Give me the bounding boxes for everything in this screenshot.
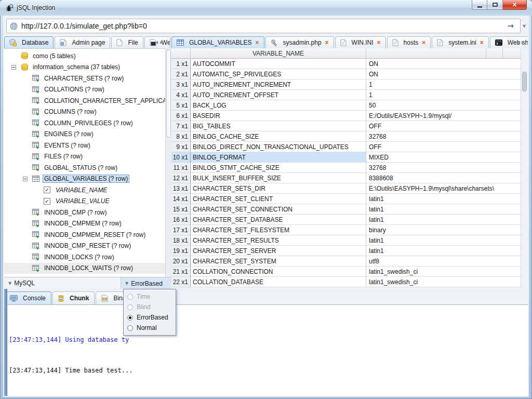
tree-scrollbar[interactable] [165,48,171,277]
column-checkbox[interactable] [44,187,50,193]
left-tab[interactable]: File [111,36,143,48]
result-tab-scroll-arrows[interactable]: ◀▶ [514,36,527,48]
table-row[interactable]: 21 x1 COLLATION_CONNECTION latin1_swedis… [171,267,521,277]
tree-expander-icon[interactable] [11,65,21,70]
table-row[interactable]: 15 x1 CHARACTER_SET_CONNECTION latin1 [171,204,521,215]
scroll-left-icon[interactable]: ◀ [155,40,158,45]
variable-name-cell[interactable]: BACK_LOG [191,100,366,111]
scroll-left-icon[interactable]: ◀ [516,40,520,45]
variable-value-cell[interactable]: OFF [366,121,521,131]
strategy-menu-item[interactable]: Time [124,291,176,302]
table-row[interactable]: 19 x1 CHARACTER_SET_SERVER latin1 [171,246,521,256]
table-row[interactable]: 11 x1 BINLOG_STMT_CACHE_SIZE 32768 [171,163,521,173]
table-row[interactable]: 12 x1 BULK_INSERT_BUFFER_SIZE 8388608 [171,173,521,183]
variable-value-cell[interactable]: 32768 [366,131,521,142]
variable-value-cell[interactable]: ON [366,59,521,69]
variable-name-cell[interactable]: AUTOMATIC_SP_PRIVILEGES [191,69,366,79]
scroll-right-icon[interactable]: ▶ [522,40,525,45]
variable-name-cell[interactable]: BULK_INSERT_BUFFER_SIZE [191,173,366,183]
variable-value-cell[interactable]: binary [366,225,521,235]
table-row[interactable]: 22 x1 COLLATION_DATABASE latin1_swedish_… [171,277,521,287]
table-row[interactable]: 2 x1 AUTOMATIC_SP_PRIVILEGES ON [171,69,521,79]
close-button[interactable]: × [503,0,527,10]
table-row[interactable]: 9 x1 BINLOG_DIRECT_NON_TRANSACTIONAL_UPD… [171,142,521,152]
variable-name-cell[interactable]: BIG_TABLES [191,121,366,131]
variable-name-cell[interactable]: CHARACTER_SET_RESULTS [191,235,366,246]
tree-item[interactable]: INNODB_CMP (? row) [4,207,165,218]
tree-item[interactable]: COLLATION_CHARACTER_SET_APPLICABILITY [4,95,165,107]
variable-name-cell[interactable]: COLLATION_CONNECTION [191,267,366,277]
tree-item[interactable]: COLUMNS (? row) [4,107,165,118]
variable-name-cell[interactable]: CHARACTER_SETS_DIR [191,183,366,194]
close-tab-icon[interactable] [256,39,259,46]
database-vendor-dropdown[interactable]: MySQL [14,280,35,287]
variable-name-cell[interactable]: CHARACTER_SET_CONNECTION [191,204,366,215]
close-tab-icon[interactable] [325,39,329,46]
variable-value-cell[interactable]: 8388608 [366,173,521,183]
scroll-right-icon[interactable]: ▶ [160,40,163,45]
tree-item[interactable]: VARIABLE_VALUE [4,196,165,207]
left-tab-scroll-arrows[interactable]: ◀▶ [153,36,165,48]
result-tab[interactable]: hosts [387,36,431,48]
close-tab-icon[interactable] [422,39,425,46]
table-row[interactable]: 13 x1 CHARACTER_SETS_DIR E:\Outils\EASYP… [171,183,521,194]
table-row[interactable]: 8 x1 BINLOG_CACHE_SIZE 32768 [171,131,521,142]
close-tab-icon[interactable] [377,39,381,46]
tree-expander-icon[interactable] [23,177,32,181]
variable-value-cell[interactable]: 1 [366,79,521,90]
tree-item[interactable]: GLOBAL_VARIABLES (? row) [4,174,165,185]
variable-value-cell[interactable]: latin1 [366,204,521,215]
variable-value-cell[interactable]: 1 [366,90,521,100]
table-row[interactable]: 4 x1 AUTO_INCREMENT_OFFSET 1 [171,90,521,100]
maximize-button[interactable] [487,0,503,10]
variable-name-cell[interactable]: AUTO_INCREMENT_INCREMENT [191,79,366,90]
console-tab[interactable]: Console [4,291,51,304]
tree-scrollbar-thumb[interactable] [166,49,171,138]
tree-item[interactable]: INNODB_CMP_RESET (? row) [4,241,165,252]
table-row[interactable]: 17 x1 CHARACTER_SET_FILESYSTEM binary [171,225,521,235]
tree-item[interactable]: CHARACTER_SETS (? row) [4,73,165,84]
result-tab[interactable]: GLOBAL_VARIABLES [171,36,264,48]
result-tab[interactable]: sysadmin.php [265,36,334,48]
left-tab[interactable]: Admin page [55,36,110,48]
console-tab[interactable]: Chunk [52,291,95,304]
title-bar[interactable]: jSQL Injection × [0,0,532,16]
table-row[interactable]: 1 x1 AUTOCOMMIT ON [171,59,521,69]
variable-name-cell[interactable]: COLLATION_DATABASE [191,277,366,287]
table-row[interactable]: 7 x1 BIG_TABLES OFF [171,121,521,131]
result-tab[interactable]: WIN.INI [335,36,386,48]
tree-item[interactable]: INNODB_CMPMEM (? row) [4,218,165,230]
minimize-button[interactable] [472,0,487,10]
tree-item[interactable]: GLOBAL_STATUS (? row) [4,162,165,174]
variable-value-cell[interactable]: E:/Outils/EASYPH~1.9/mysql/ [366,111,521,121]
variable-value-cell[interactable]: ON [366,69,521,79]
tree-item[interactable]: VARIABLE_NAME [4,184,165,196]
table-row[interactable]: 10 x1 BINLOG_FORMAT MIXED [171,152,521,163]
table-scrollbar-thumb[interactable] [522,72,527,91]
variable-value-cell[interactable]: 50 [366,100,521,111]
console-left-scrollbar[interactable] [4,289,7,396]
table-row[interactable]: 18 x1 CHARACTER_SET_RESULTS latin1 [171,235,521,246]
column-checkbox[interactable] [44,198,50,205]
variable-name-cell[interactable]: AUTO_INCREMENT_OFFSET [191,90,366,100]
variable-value-cell[interactable]: MIXED [366,152,521,163]
tree-item[interactable]: information_schema (37 tables) [4,62,165,73]
variable-value-cell[interactable]: latin1_swedish_ci [366,267,521,277]
variable-value-cell[interactable]: OFF [366,142,521,152]
variable-name-cell[interactable]: CHARACTER_SET_CLIENT [191,194,366,204]
variable-name-cell[interactable]: BINLOG_FORMAT [191,152,366,163]
table-row[interactable]: 3 x1 AUTO_INCREMENT_INCREMENT 1 [171,79,521,90]
variable-name-cell[interactable]: BINLOG_STMT_CACHE_SIZE [191,163,366,173]
variable-value-cell[interactable]: E:\Outils\EASYPH~1.9\mysql\share\charset… [366,183,521,194]
variable-value-cell[interactable]: 32768 [366,163,521,173]
url-dropdown-button[interactable]: ▼ [521,20,528,32]
table-scrollbar[interactable] [521,48,528,287]
close-tab-icon[interactable] [480,39,484,46]
left-tab[interactable]: Database [4,36,54,48]
variable-value-header[interactable] [366,48,521,58]
tree-item[interactable]: INNODB_CMPMEM_RESET (? row) [4,229,165,241]
variable-value-cell[interactable]: latin1 [366,235,521,246]
table-row[interactable]: 5 x1 BACK_LOG 50 [171,100,521,111]
tree-item[interactable]: COLLATIONS (? row) [4,84,165,96]
tree-item[interactable]: FILES (? row) [4,151,165,163]
